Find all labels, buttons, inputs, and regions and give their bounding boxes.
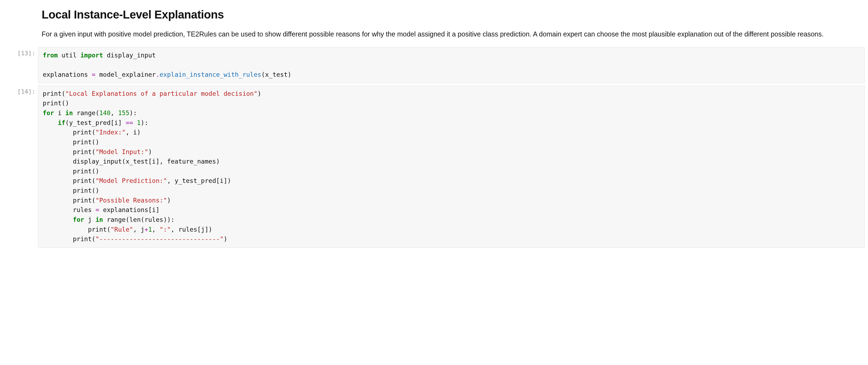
- markdown-cell: Local Instance-Level Explanations For a …: [42, 8, 852, 39]
- code-input-area[interactable]: print("Local Explanations of a particula…: [38, 86, 865, 248]
- code-content: from util import display_input explanati…: [43, 51, 860, 80]
- code-cell-13: [13]: from util import display_input exp…: [0, 47, 868, 83]
- input-prompt: [13]:: [0, 47, 38, 57]
- input-prompt: [14]:: [0, 86, 38, 95]
- notebook: Local Instance-Level Explanations For a …: [0, 0, 868, 248]
- code-content: print("Local Explanations of a particula…: [43, 89, 860, 244]
- section-paragraph: For a given input with positive model pr…: [42, 29, 852, 39]
- code-cell-14: [14]: print("Local Explanations of a par…: [0, 86, 868, 248]
- section-heading: Local Instance-Level Explanations: [42, 8, 852, 21]
- code-input-area[interactable]: from util import display_input explanati…: [38, 47, 865, 83]
